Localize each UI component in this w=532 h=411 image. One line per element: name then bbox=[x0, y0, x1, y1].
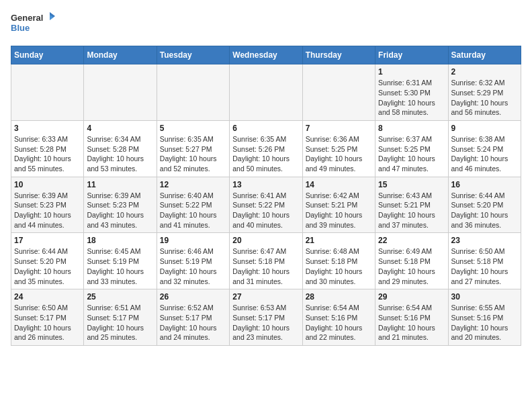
calendar-cell: 4Sunrise: 6:34 AM Sunset: 5:28 PM Daylig… bbox=[84, 120, 157, 177]
day-number: 20 bbox=[232, 236, 299, 245]
calendar-cell: 3Sunrise: 6:33 AM Sunset: 5:28 PM Daylig… bbox=[11, 120, 84, 177]
day-info: Sunrise: 6:53 AM Sunset: 5:17 PM Dayligh… bbox=[232, 303, 299, 342]
day-number: 10 bbox=[14, 180, 81, 189]
calendar-cell: 23Sunrise: 6:50 AM Sunset: 5:18 PM Dayli… bbox=[448, 233, 521, 289]
day-info: Sunrise: 6:35 AM Sunset: 5:26 PM Dayligh… bbox=[232, 134, 299, 174]
weekday-header-thursday: Thursday bbox=[302, 46, 375, 64]
day-info: Sunrise: 6:41 AM Sunset: 5:22 PM Dayligh… bbox=[232, 191, 299, 230]
svg-text:Blue: Blue bbox=[11, 23, 30, 33]
day-number: 30 bbox=[451, 292, 518, 302]
day-number: 12 bbox=[160, 180, 226, 189]
day-info: Sunrise: 6:49 AM Sunset: 5:18 PM Dayligh… bbox=[378, 246, 445, 286]
calendar-cell: 24Sunrise: 6:50 AM Sunset: 5:17 PM Dayli… bbox=[11, 289, 84, 346]
calendar-cell: 14Sunrise: 6:42 AM Sunset: 5:21 PM Dayli… bbox=[302, 177, 375, 233]
weekday-header-row: SundayMondayTuesdayWednesdayThursdayFrid… bbox=[11, 46, 521, 64]
day-number: 28 bbox=[306, 292, 372, 302]
day-info: Sunrise: 6:47 AM Sunset: 5:18 PM Dayligh… bbox=[232, 246, 299, 286]
weekday-header-tuesday: Tuesday bbox=[157, 46, 229, 64]
calendar-table: SundayMondayTuesdayWednesdayThursdayFrid… bbox=[11, 46, 521, 346]
day-number: 16 bbox=[451, 180, 518, 189]
calendar-week-4: 17Sunrise: 6:44 AM Sunset: 5:20 PM Dayli… bbox=[11, 233, 521, 289]
day-number: 26 bbox=[160, 292, 226, 302]
calendar-cell: 11Sunrise: 6:39 AM Sunset: 5:23 PM Dayli… bbox=[84, 177, 157, 233]
calendar-cell bbox=[11, 64, 84, 121]
weekday-header-friday: Friday bbox=[375, 46, 448, 64]
calendar-cell: 19Sunrise: 6:46 AM Sunset: 5:19 PM Dayli… bbox=[157, 233, 229, 289]
calendar-cell: 17Sunrise: 6:44 AM Sunset: 5:20 PM Dayli… bbox=[11, 233, 84, 289]
calendar-cell: 18Sunrise: 6:45 AM Sunset: 5:19 PM Dayli… bbox=[84, 233, 157, 289]
calendar-header: SundayMondayTuesdayWednesdayThursdayFrid… bbox=[11, 46, 521, 64]
calendar-cell: 16Sunrise: 6:44 AM Sunset: 5:20 PM Dayli… bbox=[448, 177, 521, 233]
calendar-cell: 2Sunrise: 6:32 AM Sunset: 5:29 PM Daylig… bbox=[448, 64, 521, 121]
day-number: 13 bbox=[232, 180, 299, 189]
svg-text:General: General bbox=[11, 13, 43, 23]
calendar-cell: 15Sunrise: 6:43 AM Sunset: 5:21 PM Dayli… bbox=[375, 177, 448, 233]
day-number: 4 bbox=[87, 124, 153, 133]
day-info: Sunrise: 6:32 AM Sunset: 5:29 PM Dayligh… bbox=[451, 78, 518, 118]
day-info: Sunrise: 6:31 AM Sunset: 5:30 PM Dayligh… bbox=[378, 78, 445, 118]
calendar-cell: 10Sunrise: 6:39 AM Sunset: 5:23 PM Dayli… bbox=[11, 177, 84, 233]
calendar-week-3: 10Sunrise: 6:39 AM Sunset: 5:23 PM Dayli… bbox=[11, 177, 521, 233]
calendar-cell: 9Sunrise: 6:38 AM Sunset: 5:24 PM Daylig… bbox=[448, 120, 521, 177]
day-number: 19 bbox=[160, 236, 226, 245]
day-number: 23 bbox=[451, 236, 518, 245]
page-header: General Blue bbox=[11, 11, 521, 38]
calendar-cell: 6Sunrise: 6:35 AM Sunset: 5:26 PM Daylig… bbox=[230, 120, 302, 177]
day-info: Sunrise: 6:42 AM Sunset: 5:21 PM Dayligh… bbox=[306, 191, 372, 230]
day-number: 8 bbox=[378, 124, 445, 133]
day-info: Sunrise: 6:39 AM Sunset: 5:23 PM Dayligh… bbox=[14, 191, 81, 230]
day-info: Sunrise: 6:36 AM Sunset: 5:25 PM Dayligh… bbox=[306, 134, 372, 174]
weekday-header-monday: Monday bbox=[84, 46, 157, 64]
day-info: Sunrise: 6:46 AM Sunset: 5:19 PM Dayligh… bbox=[160, 246, 226, 286]
day-number: 9 bbox=[451, 124, 518, 133]
day-info: Sunrise: 6:54 AM Sunset: 5:16 PM Dayligh… bbox=[306, 303, 372, 342]
calendar-week-1: 1Sunrise: 6:31 AM Sunset: 5:30 PM Daylig… bbox=[11, 64, 521, 121]
calendar-cell: 20Sunrise: 6:47 AM Sunset: 5:18 PM Dayli… bbox=[230, 233, 302, 289]
day-info: Sunrise: 6:52 AM Sunset: 5:17 PM Dayligh… bbox=[160, 303, 226, 342]
logo: General Blue bbox=[11, 11, 59, 38]
calendar-week-2: 3Sunrise: 6:33 AM Sunset: 5:28 PM Daylig… bbox=[11, 120, 521, 177]
day-number: 7 bbox=[306, 124, 372, 133]
day-info: Sunrise: 6:48 AM Sunset: 5:18 PM Dayligh… bbox=[306, 246, 372, 286]
calendar-body: 1Sunrise: 6:31 AM Sunset: 5:30 PM Daylig… bbox=[11, 64, 521, 346]
day-info: Sunrise: 6:38 AM Sunset: 5:24 PM Dayligh… bbox=[451, 134, 518, 174]
weekday-header-sunday: Sunday bbox=[11, 46, 84, 64]
day-number: 27 bbox=[232, 292, 299, 302]
calendar-cell: 27Sunrise: 6:53 AM Sunset: 5:17 PM Dayli… bbox=[230, 289, 302, 346]
day-number: 11 bbox=[87, 180, 153, 189]
calendar-cell bbox=[84, 64, 157, 121]
day-info: Sunrise: 6:51 AM Sunset: 5:17 PM Dayligh… bbox=[87, 303, 153, 342]
calendar-cell bbox=[230, 64, 302, 121]
day-number: 17 bbox=[14, 236, 81, 245]
calendar-cell: 30Sunrise: 6:55 AM Sunset: 5:16 PM Dayli… bbox=[448, 289, 521, 346]
day-number: 22 bbox=[378, 236, 445, 245]
day-info: Sunrise: 6:34 AM Sunset: 5:28 PM Dayligh… bbox=[87, 134, 153, 174]
day-info: Sunrise: 6:37 AM Sunset: 5:25 PM Dayligh… bbox=[378, 134, 445, 174]
calendar-cell: 22Sunrise: 6:49 AM Sunset: 5:18 PM Dayli… bbox=[375, 233, 448, 289]
calendar-cell bbox=[157, 64, 229, 121]
calendar-cell: 7Sunrise: 6:36 AM Sunset: 5:25 PM Daylig… bbox=[302, 120, 375, 177]
day-info: Sunrise: 6:50 AM Sunset: 5:18 PM Dayligh… bbox=[451, 246, 518, 286]
calendar-cell: 29Sunrise: 6:54 AM Sunset: 5:16 PM Dayli… bbox=[375, 289, 448, 346]
day-info: Sunrise: 6:33 AM Sunset: 5:28 PM Dayligh… bbox=[14, 134, 81, 174]
day-number: 5 bbox=[160, 124, 226, 133]
day-info: Sunrise: 6:40 AM Sunset: 5:22 PM Dayligh… bbox=[160, 191, 226, 230]
calendar-cell: 12Sunrise: 6:40 AM Sunset: 5:22 PM Dayli… bbox=[157, 177, 229, 233]
day-number: 21 bbox=[306, 236, 372, 245]
day-info: Sunrise: 6:44 AM Sunset: 5:20 PM Dayligh… bbox=[14, 246, 81, 286]
day-number: 6 bbox=[232, 124, 299, 133]
day-number: 2 bbox=[451, 67, 518, 77]
weekday-header-saturday: Saturday bbox=[448, 46, 521, 64]
calendar-cell: 8Sunrise: 6:37 AM Sunset: 5:25 PM Daylig… bbox=[375, 120, 448, 177]
calendar-cell: 28Sunrise: 6:54 AM Sunset: 5:16 PM Dayli… bbox=[302, 289, 375, 346]
day-number: 25 bbox=[87, 292, 153, 302]
day-info: Sunrise: 6:44 AM Sunset: 5:20 PM Dayligh… bbox=[451, 191, 518, 230]
day-number: 29 bbox=[378, 292, 445, 302]
day-number: 14 bbox=[306, 180, 372, 189]
day-info: Sunrise: 6:35 AM Sunset: 5:27 PM Dayligh… bbox=[160, 134, 226, 174]
day-number: 1 bbox=[378, 67, 445, 77]
day-number: 15 bbox=[378, 180, 445, 189]
day-info: Sunrise: 6:39 AM Sunset: 5:23 PM Dayligh… bbox=[87, 191, 153, 230]
day-info: Sunrise: 6:45 AM Sunset: 5:19 PM Dayligh… bbox=[87, 246, 153, 286]
weekday-header-wednesday: Wednesday bbox=[230, 46, 302, 64]
